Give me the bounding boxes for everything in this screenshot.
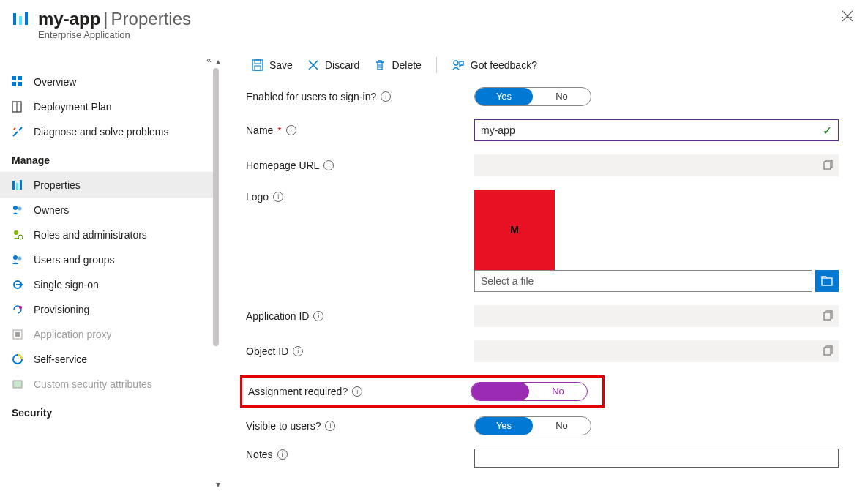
feedback-icon: [452, 59, 465, 71]
enabled-toggle[interactable]: Yes No: [474, 87, 591, 106]
visible-label: Visible to users?: [246, 420, 321, 432]
info-icon[interactable]: i: [325, 421, 335, 431]
application-id-field[interactable]: [474, 305, 839, 327]
info-icon[interactable]: i: [381, 91, 391, 102]
sidebar-item-label: Diagnose and solve problems: [34, 126, 168, 138]
sidebar-item-users-groups[interactable]: Users and groups: [0, 247, 219, 272]
toggle-no[interactable]: No: [533, 88, 591, 105]
name-label: Name: [246, 124, 273, 136]
info-icon[interactable]: i: [293, 346, 303, 356]
toggle-yes[interactable]: Yes: [475, 417, 533, 435]
toggle-yes[interactable]: Yes: [475, 88, 533, 105]
sidebar-item-self-service[interactable]: Self-service: [0, 347, 219, 372]
svg-rect-31: [824, 162, 831, 169]
sidebar-item-roles[interactable]: Roles and administrators: [0, 222, 219, 247]
info-icon[interactable]: i: [286, 125, 296, 135]
sidebar-section-manage: Manage: [0, 144, 219, 172]
sidebar-item-app-proxy: Application proxy: [0, 322, 219, 347]
toolbar: Save Discard Delete Got feedback?: [246, 46, 853, 87]
svg-point-19: [19, 306, 22, 309]
people-icon: [12, 204, 26, 216]
sidebar-item-label: Single sign-on: [34, 279, 99, 291]
svg-rect-24: [252, 60, 263, 70]
tools-icon: [12, 126, 26, 138]
sidebar-item-label: Provisioning: [34, 304, 89, 315]
copy-icon[interactable]: [823, 345, 834, 358]
close-button[interactable]: [842, 10, 853, 24]
svg-point-12: [13, 206, 18, 210]
folder-icon: [821, 275, 833, 287]
sidebar-item-label: Users and groups: [34, 254, 115, 266]
logo-label: Logo: [246, 191, 269, 203]
book-icon: [12, 101, 26, 113]
svg-point-16: [13, 255, 18, 260]
svg-point-17: [18, 257, 22, 261]
homepage-url-field[interactable]: [474, 154, 839, 176]
logo-preview: M: [474, 190, 555, 270]
sidebar-item-label: Self-service: [34, 353, 87, 365]
sidebar-item-label: Application proxy: [34, 329, 112, 340]
sidebar-item-deployment-plan[interactable]: Deployment Plan: [0, 94, 219, 119]
sidebar-item-overview[interactable]: Overview: [0, 70, 219, 94]
file-browse-button[interactable]: [815, 270, 839, 292]
toggle-no[interactable]: No: [529, 383, 587, 400]
save-button[interactable]: Save: [246, 55, 299, 75]
toggle-yes[interactable]: Yes: [471, 383, 529, 400]
collapse-sidebar-button[interactable]: «: [0, 53, 219, 70]
info-icon[interactable]: i: [313, 311, 323, 321]
copy-icon[interactable]: [823, 160, 834, 172]
sidebar-scrollbar[interactable]: [213, 68, 219, 346]
sidebar-item-provisioning[interactable]: Provisioning: [0, 297, 219, 322]
sso-icon: [12, 279, 26, 291]
enabled-label: Enabled for users to sign-in?: [246, 91, 376, 102]
info-icon[interactable]: i: [352, 386, 362, 397]
discard-icon: [307, 59, 319, 71]
toolbar-label: Delete: [392, 59, 421, 71]
proxy-icon: [12, 329, 26, 340]
info-icon[interactable]: i: [273, 192, 283, 202]
sidebar-item-diagnose[interactable]: Diagnose and solve problems: [0, 119, 219, 144]
sidebar-item-label: Roles and administrators: [34, 229, 147, 241]
svg-point-14: [14, 230, 18, 235]
page-title: my-app|Properties: [38, 9, 828, 29]
sidebar-item-sso[interactable]: Single sign-on: [0, 272, 219, 297]
sidebar-item-label: Deployment Plan: [34, 101, 112, 113]
assignment-toggle[interactable]: Yes No: [471, 382, 588, 401]
feedback-button[interactable]: Got feedback?: [446, 55, 543, 75]
toggle-no[interactable]: No: [533, 417, 591, 435]
page-section: Properties: [111, 9, 191, 29]
svg-rect-6: [18, 82, 22, 86]
object-id-field[interactable]: [474, 340, 839, 362]
svg-rect-1: [19, 16, 22, 25]
name-value: my-app: [481, 124, 515, 136]
trash-icon: [374, 59, 386, 71]
app-logo-icon: [12, 10, 29, 28]
file-placeholder: Select a file: [481, 275, 534, 287]
sidebar-section-security: Security: [0, 397, 219, 424]
name-input[interactable]: my-app ✓: [474, 119, 839, 141]
sidebar-item-properties[interactable]: Properties: [0, 172, 219, 198]
sidebar-item-label: Properties: [34, 179, 81, 191]
info-icon[interactable]: i: [323, 160, 334, 170]
file-select-input[interactable]: Select a file: [474, 270, 812, 292]
toolbar-label: Got feedback?: [471, 59, 537, 71]
self-service-icon: [12, 353, 26, 365]
svg-rect-2: [25, 12, 28, 25]
appid-label: Application ID: [246, 310, 309, 322]
delete-button[interactable]: Delete: [368, 55, 427, 75]
page-subtitle: Enterprise Application: [38, 29, 828, 40]
svg-rect-21: [15, 332, 20, 337]
users-groups-icon: [12, 254, 26, 266]
svg-rect-11: [20, 180, 22, 190]
sidebar-item-label: Owners: [34, 204, 69, 216]
copy-icon[interactable]: [823, 310, 834, 323]
discard-button[interactable]: Discard: [302, 55, 365, 75]
sidebar-item-custom-security: Custom security attributes: [0, 372, 219, 397]
svg-point-29: [454, 61, 458, 65]
sidebar-item-label: Custom security attributes: [34, 378, 152, 390]
sidebar-item-owners[interactable]: Owners: [0, 198, 219, 222]
notes-textarea[interactable]: [474, 449, 839, 468]
visible-toggle[interactable]: Yes No: [474, 416, 591, 435]
info-icon[interactable]: i: [277, 449, 288, 460]
toolbar-label: Save: [269, 59, 293, 71]
